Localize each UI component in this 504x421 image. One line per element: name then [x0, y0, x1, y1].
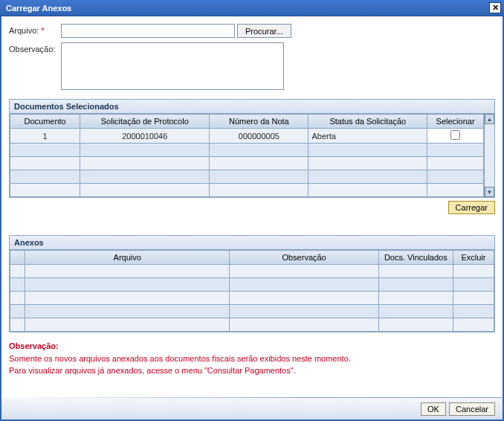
row-arquivo: Arquivo:* Procurar... [9, 24, 495, 38]
scroll-up-icon[interactable]: ▲ [485, 114, 494, 124]
col-excluir[interactable]: Excluir [453, 251, 494, 265]
scroll-down-icon[interactable]: ▼ [485, 187, 494, 197]
cell-documento: 1 [10, 129, 80, 144]
table-documentos: Documento Solicitação de Protocolo Númer… [10, 114, 484, 197]
observacao-label: Observação: [9, 42, 61, 54]
col-status[interactable]: Status da Solicitação [308, 115, 427, 129]
table-row[interactable]: 1 2000010046 000000005 Aberta [10, 129, 484, 144]
col-documento[interactable]: Documento [10, 115, 80, 129]
col-docs-vinculados[interactable]: Docs. Vinculados [378, 251, 453, 265]
col-arquivo[interactable]: Arquivo [25, 251, 230, 265]
panel-title-documentos: Documentos Selecionados [10, 100, 494, 114]
table-row [10, 157, 484, 170]
arquivo-label-text: Arquivo: [9, 26, 39, 35]
panel-title-anexos: Anexos [10, 236, 494, 250]
required-asterisk: * [41, 26, 44, 35]
row-select-checkbox[interactable] [450, 130, 460, 140]
cell-status: Aberta [308, 129, 427, 144]
close-icon[interactable]: ✕ [489, 2, 501, 13]
observacao-notice: Observação: Somente os novos arquivos an… [9, 340, 495, 377]
dialog-titlebar: Carregar Anexos ✕ [0, 0, 504, 16]
ok-button[interactable]: OK [421, 402, 446, 416]
col-numero[interactable]: Número da Nota [210, 115, 308, 129]
row-observacao: Observação: [9, 42, 495, 90]
obs-heading: Observação: [9, 340, 495, 353]
table-row [10, 305, 494, 318]
dialog-footer: OK Cancelar [1, 397, 503, 420]
observacao-textarea[interactable] [61, 42, 284, 90]
table-row [10, 170, 484, 184]
dialog-title: Carregar Anexos [6, 4, 71, 13]
table-scrollbar[interactable]: ▲ ▼ [484, 114, 494, 197]
col-observacao[interactable]: Observação [230, 251, 378, 265]
panel-documentos-selecionados: Documentos Selecionados Documento Solici… [9, 99, 495, 198]
dialog-body: Arquivo:* Procurar... Observação: Docume… [0, 16, 504, 421]
table-row [10, 144, 484, 157]
col-solicitacao[interactable]: Solicitação de Protocolo [80, 115, 210, 129]
obs-line2: Para visualizar arquivos já anexados, ac… [9, 364, 495, 377]
cell-solicitacao: 2000010046 [80, 129, 210, 144]
cancel-button[interactable]: Cancelar [449, 402, 495, 416]
col-selecionar[interactable]: Selecionar [427, 115, 484, 129]
col-gutter [10, 251, 25, 265]
table-row [10, 318, 494, 332]
arquivo-label: Arquivo:* [9, 24, 61, 35]
panel-anexos: Anexos Arquivo Observação Docs. Vinculad… [9, 235, 495, 332]
table-row [10, 278, 494, 292]
arquivo-input[interactable] [61, 24, 235, 38]
cell-selecionar [427, 129, 484, 144]
table-anexos: Arquivo Observação Docs. Vinculados Excl… [10, 250, 494, 332]
cell-numero: 000000005 [210, 129, 308, 144]
table-row [10, 292, 494, 305]
browse-button[interactable]: Procurar... [237, 24, 291, 38]
obs-line1: Somente os novos arquivos anexados aos d… [9, 353, 495, 365]
table-row [10, 184, 484, 197]
carregar-button[interactable]: Carregar [448, 201, 495, 214]
table-row [10, 265, 494, 278]
